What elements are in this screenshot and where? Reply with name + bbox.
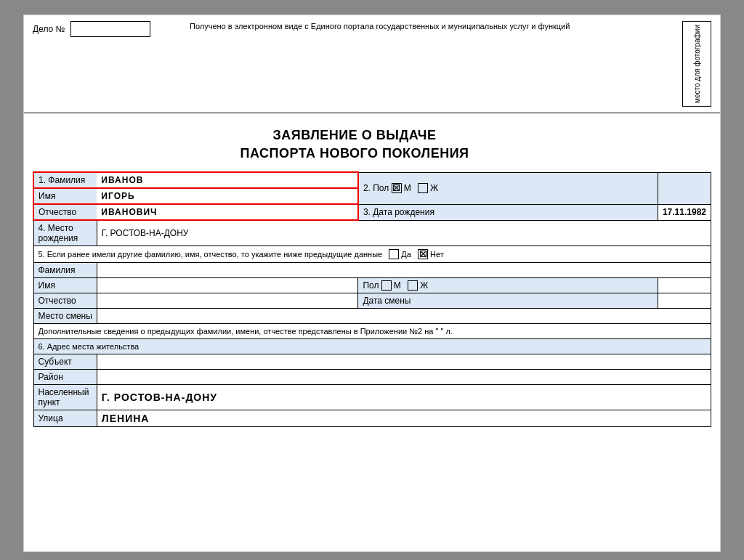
net-label: Нет	[430, 250, 444, 259]
ulitsa-label: Улица	[33, 410, 97, 427]
prev-pol-zh-label: Ж	[420, 280, 428, 291]
prev-familiya-value	[97, 263, 711, 278]
da-label: Да	[401, 250, 411, 259]
prev-pol-m-label: М	[394, 280, 401, 291]
naselenny-punkt-label: Населенный пункт	[33, 385, 97, 410]
mesto-smeny-value	[97, 309, 711, 324]
imya-value: ИГОРЬ	[97, 188, 315, 204]
otchestvo-row: Отчество ИВАНОВИЧ 3. Дата рождения 17.11…	[33, 204, 711, 220]
prev-otchestvo-row: Отчество Дата смены	[33, 293, 711, 309]
form-body: 1. Фамилия ИВАНОВ 2. Пол ☒ М Ж	[24, 171, 720, 436]
prev-familiya-row: Фамилия	[33, 263, 711, 278]
mesto-smeny-label: Место смены	[33, 309, 97, 324]
photo-block: место для фотографии	[682, 21, 711, 107]
pol-m-item: ☒ М	[392, 183, 411, 193]
prev-pol-m-item: М	[381, 280, 401, 291]
delo-input[interactable]	[70, 21, 150, 37]
ulitsa-row: Улица ЛЕНИНА	[33, 410, 711, 427]
familiya-empty	[315, 172, 358, 188]
delo-block: Дело №	[33, 21, 178, 37]
title-section: ЗАЯВЛЕНИЕ О ВЫДАЧЕ ПАСПОРТА НОВОГО ПОКОЛ…	[24, 113, 720, 171]
title-line2: ПАСПОРТА НОВОГО ПОКОЛЕНИЯ	[33, 145, 676, 163]
prev-names-note: 5. Если ранее имели другие фамилию, имя,…	[33, 246, 711, 263]
subyekt-row: Субъект	[33, 354, 711, 370]
familiya-label: 1. Фамилия	[33, 172, 97, 188]
pol-section: 2. Пол ☒ М Ж	[358, 172, 658, 204]
prev-names-note-row: 5. Если ранее имели другие фамилию, имя,…	[33, 246, 711, 263]
net-item: ☒ Нет	[418, 249, 444, 259]
prev-imya-label: Имя	[33, 278, 97, 293]
mesto-rozhdeniya-row: 4. Место рождения Г. РОСТОВ-НА-ДОНУ	[33, 220, 711, 246]
ulitsa-value: ЛЕНИНА	[97, 410, 711, 427]
dob-label: 3. Дата рождения	[358, 204, 658, 220]
prev-familiya-label: Фамилия	[33, 263, 97, 278]
mesto-rozhdeniya-label: 4. Место рождения	[33, 220, 97, 246]
imya-empty	[315, 188, 358, 204]
pol-zh-checkbox[interactable]	[418, 183, 428, 193]
prev-pol-label: Пол	[363, 280, 379, 291]
rayon-row: Район	[33, 370, 711, 385]
subyekt-label: Субъект	[33, 354, 97, 370]
top-section: Дело № Получено в электронном виде с Еди…	[24, 15, 720, 113]
imya-label: Имя	[33, 188, 97, 204]
familiya-value: ИВАНОВ	[97, 172, 315, 188]
rayon-label: Район	[33, 370, 97, 385]
otchestvo-value: ИВАНОВИЧ	[97, 204, 315, 220]
additional-info-row: Дополнительные сведения о предыдущих фам…	[33, 324, 711, 339]
data-smeny-value	[658, 293, 711, 309]
data-smeny-label: Дата смены	[358, 293, 658, 309]
subyekt-value	[97, 354, 711, 370]
page: Дело № Получено в электронном виде с Еди…	[23, 15, 721, 552]
rayon-value	[97, 370, 711, 385]
prev-pol-zh-checkbox[interactable]	[408, 280, 418, 291]
prev-otchestvo-label: Отчество	[33, 293, 97, 309]
naselenny-punkt-row: Населенный пункт Г. РОСТОВ-НА-ДОНУ	[33, 385, 711, 410]
otchestvo-label: Отчество	[33, 204, 97, 220]
prev-pol-m-checkbox[interactable]	[381, 280, 392, 291]
prev-otchestvo-value	[97, 293, 358, 309]
pol-label: 2. Пол	[363, 183, 389, 193]
additional-info-text: Дополнительные сведения о предыдущих фам…	[39, 327, 439, 336]
net-checkbox[interactable]: ☒	[418, 249, 428, 259]
additional-info: Дополнительные сведения о предыдущих фам…	[33, 324, 711, 339]
empty-right	[658, 172, 711, 204]
delo-label: Дело №	[33, 24, 65, 34]
pol-zh-label: Ж	[430, 183, 438, 193]
prev-pol-empty	[658, 278, 711, 293]
naselenny-punkt-value: Г. РОСТОВ-НА-ДОНУ	[97, 385, 711, 410]
da-checkbox[interactable]	[389, 249, 399, 259]
prev-imya-row: Имя Пол М Ж	[33, 278, 711, 293]
familiya-row: 1. Фамилия ИВАНОВ 2. Пол ☒ М Ж	[33, 172, 711, 188]
prev-names-label: 5. Если ранее имели другие фамилию, имя,…	[39, 250, 383, 259]
address-header-row: 6. Адрес места жительства	[33, 339, 711, 354]
mesto-rozhdeniya-value: Г. РОСТОВ-НА-ДОНУ	[97, 220, 711, 246]
pol-m-checkbox[interactable]: ☒	[392, 183, 402, 193]
main-table: 1. Фамилия ИВАНОВ 2. Пол ☒ М Ж	[33, 171, 711, 427]
received-text: Получено в электронном виде с Единого по…	[178, 21, 682, 32]
title-line1: ЗАЯВЛЕНИЕ О ВЫДАЧЕ	[33, 126, 676, 145]
prev-pol-section: Пол М Ж	[358, 278, 658, 293]
dob-value: 17.11.1982	[658, 204, 711, 220]
pol-zh-item: Ж	[418, 183, 438, 193]
pol-m-label: М	[404, 183, 411, 193]
otchestvo-empty	[315, 204, 358, 220]
prev-pol-zh-item: Ж	[408, 280, 428, 291]
mesto-smeny-row: Место смены	[33, 309, 711, 324]
additional-info-text2: " л.	[440, 327, 452, 336]
da-item: Да	[389, 249, 411, 259]
prev-imya-value	[97, 278, 358, 293]
address-label: 6. Адрес места жительства	[33, 339, 711, 354]
